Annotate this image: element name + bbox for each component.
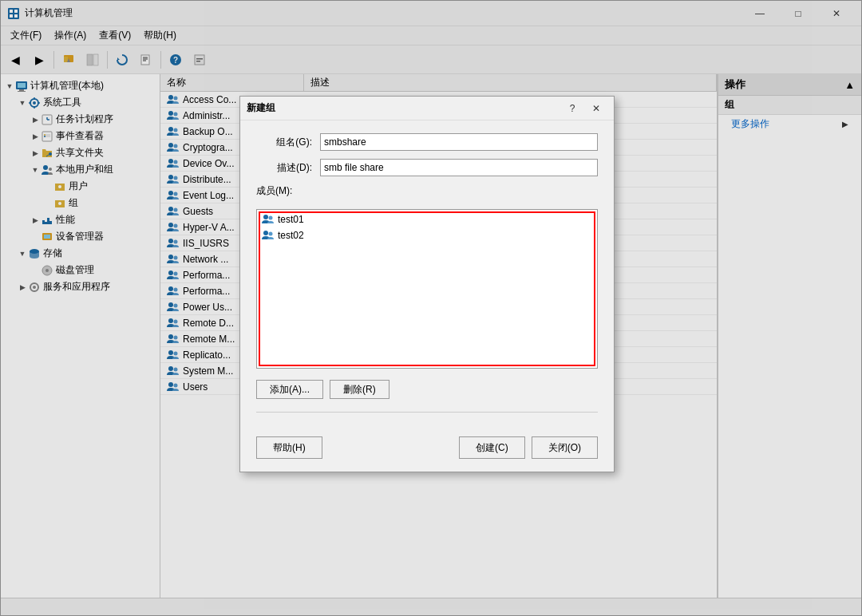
- member-icon-test01: [262, 213, 275, 226]
- member-item-test02[interactable]: test02: [259, 227, 595, 243]
- remove-member-button[interactable]: 删除(R): [330, 380, 389, 399]
- group-name-row: 组名(G):: [256, 133, 598, 151]
- desc-label: 描述(D):: [256, 161, 312, 175]
- svg-point-88: [263, 215, 268, 219]
- dialog-help-footer-button[interactable]: 帮助(H): [256, 436, 322, 459]
- member-item-test01[interactable]: test01: [259, 211, 595, 227]
- group-name-input[interactable]: [320, 133, 598, 151]
- dialog-body: 组名(G): 描述(D): 成员(M):: [240, 120, 614, 430]
- dialog-close-footer-button[interactable]: 关闭(O): [532, 436, 598, 459]
- dialog-footer: 帮助(H) 创建(C) 关闭(O): [240, 430, 614, 472]
- member-name-test01: test01: [278, 214, 304, 225]
- dialog-titlebar: 新建组 ? ✕: [240, 97, 614, 120]
- new-group-dialog: 新建组 ? ✕ 组名(G): 描述(D): 成员(M):: [239, 96, 615, 472]
- svg-point-89: [269, 216, 273, 220]
- dialog-close-button[interactable]: ✕: [585, 100, 607, 117]
- modal-overlay: 新建组 ? ✕ 组名(G): 描述(D): 成员(M):: [0, 0, 862, 616]
- members-label: 成员(M):: [256, 184, 598, 198]
- dialog-separator: [256, 412, 598, 413]
- members-list: test01 test02: [257, 210, 597, 245]
- svg-point-90: [263, 231, 268, 235]
- member-name-test02: test02: [278, 230, 304, 241]
- add-member-button[interactable]: 添加(A)...: [256, 380, 323, 399]
- dialog-action-buttons: 添加(A)... 删除(R): [256, 380, 598, 399]
- dialog-footer-right: 创建(C) 关闭(O): [459, 436, 598, 459]
- dialog-controls: ? ✕: [561, 100, 607, 117]
- dialog-create-button[interactable]: 创建(C): [459, 436, 525, 459]
- group-name-label: 组名(G):: [256, 136, 312, 149]
- desc-input[interactable]: [320, 159, 598, 176]
- dialog-title: 新建组: [247, 101, 561, 115]
- desc-row: 描述(D):: [256, 159, 598, 176]
- dialog-help-button[interactable]: ?: [561, 100, 583, 117]
- member-icon-test02: [262, 229, 275, 242]
- members-box: test01 test02: [256, 209, 598, 369]
- svg-point-91: [269, 232, 273, 236]
